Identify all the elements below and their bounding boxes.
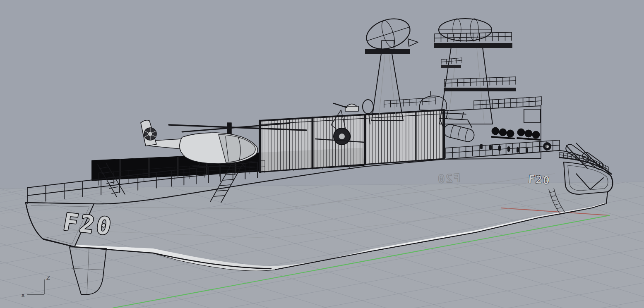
main-mast-top-platform [434,43,512,48]
farside-hull-number-mirrored: F20 [437,171,461,186]
stern-hull-number: F20 [528,173,551,187]
main-mast-small-platform [441,65,461,68]
x-axis-label: x [22,292,25,298]
bow-hull-number: F20 [61,208,115,241]
viewport-canvas[interactable]: F20 [0,0,644,308]
ground-plane [0,182,644,308]
perspective-view[interactable]: F20 [0,0,644,308]
hangar-helicopter-hub [339,134,345,139]
main-mast-mid-platform [444,88,516,91]
fore-mast-platform [365,49,410,54]
z-axis-label: Z [46,274,50,281]
